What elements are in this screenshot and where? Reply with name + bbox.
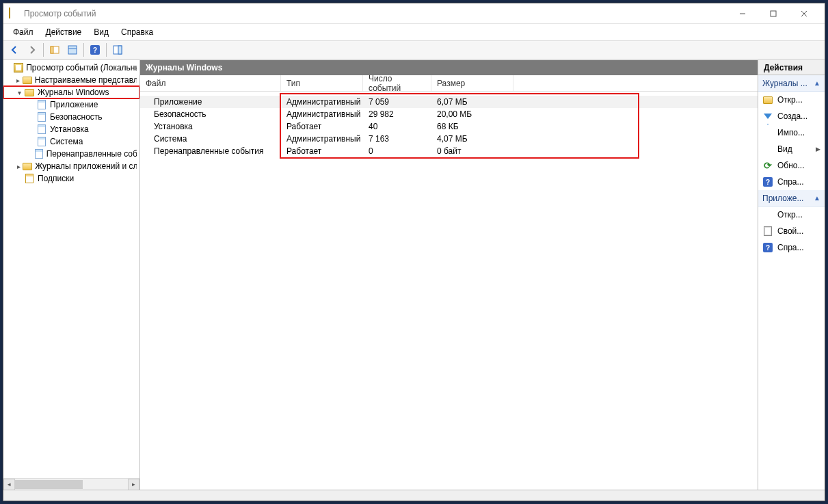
col-size[interactable]: Размер xyxy=(431,75,513,91)
chevron-down-icon[interactable]: ▾ xyxy=(14,89,24,96)
help-icon: ? xyxy=(762,242,773,253)
app-icon xyxy=(14,62,24,73)
center-pane: Журналы Windows Файл Тип Число событий Р… xyxy=(140,60,758,490)
svg-rect-9 xyxy=(118,46,122,54)
scroll-left-button[interactable]: ◂ xyxy=(3,479,15,490)
tree-label: Настраиваемые представления xyxy=(35,75,137,85)
cell-name: Система xyxy=(140,134,281,144)
tree-label: Безопасность xyxy=(50,112,103,122)
list-row[interactable]: СистемаАдминистративный7 1634,07 МБ xyxy=(140,133,758,145)
tree-windows-logs[interactable]: ▾ Журналы Windows xyxy=(3,86,139,98)
svg-rect-5 xyxy=(51,47,53,53)
scroll-thumb[interactable] xyxy=(15,480,83,489)
show-tree-button[interactable] xyxy=(46,42,63,58)
action-open-saved-log[interactable]: Откр... xyxy=(758,92,825,108)
cell-name: Приложение xyxy=(140,97,281,107)
tree-label: Журналы Windows xyxy=(38,88,109,97)
minimize-button[interactable] xyxy=(727,4,758,23)
submenu-arrow-icon: ▶ xyxy=(816,146,820,152)
log-listview[interactable]: Файл Тип Число событий Размер Приложение… xyxy=(140,75,758,490)
action-help[interactable]: ? Спра... xyxy=(758,174,825,190)
col-type[interactable]: Тип xyxy=(281,75,363,91)
center-title: Журналы Windows xyxy=(140,60,758,75)
toolbar-separator xyxy=(106,43,107,57)
menu-action[interactable]: Действие xyxy=(40,25,88,39)
tree-root[interactable]: Просмотр событий (Локальный) xyxy=(3,62,139,74)
nav-tree[interactable]: Просмотр событий (Локальный) ▸ Настраива… xyxy=(3,60,139,478)
chevron-right-icon[interactable]: ▸ xyxy=(14,163,23,170)
toolbar-separator xyxy=(43,43,44,57)
log-icon xyxy=(35,148,44,159)
menu-file[interactable]: Файл xyxy=(8,25,39,39)
tree-application[interactable]: Приложение xyxy=(3,98,139,111)
horizontal-scrollbar[interactable]: ◂ ▸ xyxy=(3,478,139,490)
toolbar-props-button[interactable] xyxy=(64,42,81,58)
col-name[interactable]: Файл xyxy=(140,75,281,91)
cell-count: 7 059 xyxy=(363,97,431,107)
scroll-right-button[interactable]: ▸ xyxy=(128,479,139,490)
actions-header: Действия xyxy=(758,60,825,75)
toolbar-separator xyxy=(83,43,84,57)
maximize-button[interactable] xyxy=(758,4,788,23)
tree-app-services[interactable]: ▸ Журналы приложений и служб xyxy=(3,160,139,172)
app-icon xyxy=(9,8,20,19)
forward-button[interactable] xyxy=(24,42,40,58)
listview-header: Файл Тип Число событий Размер xyxy=(140,75,758,92)
chevron-right-icon[interactable]: ▸ xyxy=(14,77,23,84)
action-create-view[interactable]: Созда... xyxy=(758,108,825,124)
svg-rect-1 xyxy=(771,11,776,16)
import-icon xyxy=(762,127,773,138)
tree-label: Перенаправленные события xyxy=(46,149,137,159)
tree-setup[interactable]: Установка xyxy=(3,123,139,135)
list-row[interactable]: ПриложениеАдминистративный7 0596,07 МБ xyxy=(140,96,758,108)
folder-icon xyxy=(23,161,32,172)
action-properties[interactable]: Свой... xyxy=(758,223,825,239)
cell-name: Установка xyxy=(140,122,281,131)
help-icon: ? xyxy=(762,176,773,187)
actions-pane: Действия Журналы ... ▲ Откр... Созда... … xyxy=(758,60,825,490)
collapse-icon: ▲ xyxy=(814,194,820,202)
window-title: Просмотр событий xyxy=(24,9,727,18)
menu-view[interactable]: Вид xyxy=(88,25,114,39)
action-group-application[interactable]: Приложе... ▲ xyxy=(758,190,825,207)
action-view-submenu[interactable]: Вид ▶ xyxy=(758,141,825,157)
list-row[interactable]: Перенаправленные событияРаботает00 байт xyxy=(140,145,758,157)
tree-system[interactable]: Система xyxy=(3,135,139,148)
tree-forwarded[interactable]: Перенаправленные события xyxy=(3,148,139,160)
action-help-2[interactable]: ? Спра... xyxy=(758,239,825,256)
log-icon xyxy=(36,99,47,110)
back-button[interactable] xyxy=(6,42,23,58)
folder-icon xyxy=(23,75,32,85)
tree-subscriptions[interactable]: Подписки xyxy=(3,172,139,185)
tree-label: Система xyxy=(50,137,83,146)
cell-name: Перенаправленные события xyxy=(140,146,281,156)
list-row[interactable]: УстановкаРаботает4068 КБ xyxy=(140,120,758,133)
action-import-view[interactable]: Импо... xyxy=(758,124,825,141)
action-group-label: Журналы ... xyxy=(762,79,807,88)
close-button[interactable] xyxy=(788,4,819,23)
toolbar-help-button[interactable]: ? xyxy=(87,42,103,58)
toolbar-pane-button[interactable] xyxy=(109,42,126,58)
cell-size: 68 КБ xyxy=(431,122,513,131)
col-count[interactable]: Число событий xyxy=(363,75,431,91)
window-controls xyxy=(727,4,819,23)
event-viewer-window: Просмотр событий Файл Действие Вид Справ… xyxy=(3,3,825,501)
list-row[interactable]: БезопасностьАдминистративный29 98220,00 … xyxy=(140,108,758,120)
tree-custom-views[interactable]: ▸ Настраиваемые представления xyxy=(3,74,139,86)
tree-security[interactable]: Безопасность xyxy=(3,111,139,123)
action-group-logs[interactable]: Журналы ... ▲ xyxy=(758,75,825,92)
menu-help[interactable]: Справка xyxy=(116,25,159,39)
menubar: Файл Действие Вид Справка xyxy=(3,24,825,40)
cell-count: 40 xyxy=(363,122,431,131)
action-open[interactable]: Откр... xyxy=(758,207,825,223)
body: Просмотр событий (Локальный) ▸ Настраива… xyxy=(3,59,825,490)
cell-size: 0 байт xyxy=(431,146,513,156)
tree-label: Установка xyxy=(50,124,89,134)
action-refresh[interactable]: ⟳ Обно... xyxy=(758,157,825,174)
tree-label: Приложение xyxy=(50,100,98,109)
scroll-track[interactable] xyxy=(15,479,128,490)
subscriptions-icon xyxy=(24,173,35,184)
log-icon xyxy=(36,111,47,122)
tree-pane: Просмотр событий (Локальный) ▸ Настраива… xyxy=(3,60,140,490)
properties-icon xyxy=(762,226,773,237)
